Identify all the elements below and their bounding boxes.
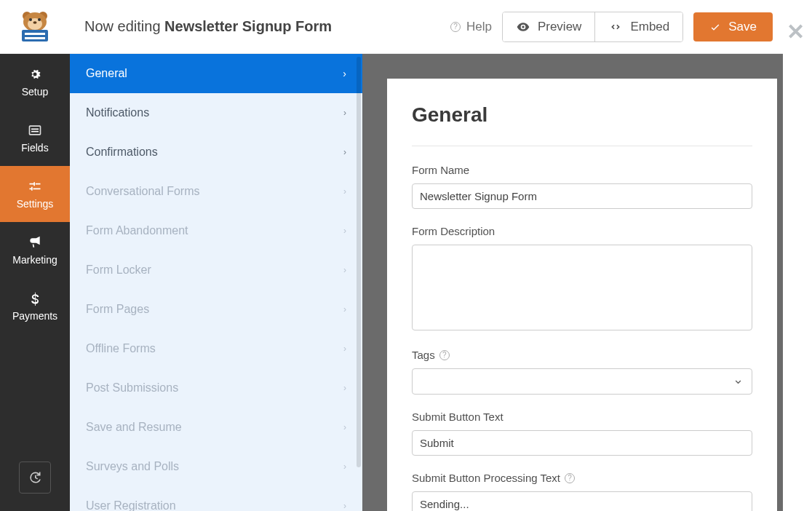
general-panel: General Form Name Form Description Tags … <box>387 79 777 511</box>
submit-button-text-input[interactable] <box>412 430 752 456</box>
submenu-item-user-registration[interactable]: User Registration› <box>70 486 362 511</box>
submit-button-text-label: Submit Button Text <box>412 411 752 423</box>
help-label: Help <box>466 20 492 34</box>
save-label: Save <box>728 20 757 34</box>
nav-item-fields[interactable]: Fields <box>0 110 70 166</box>
dollar-icon <box>28 291 42 306</box>
submenu-item-offline-forms[interactable]: Offline Forms› <box>70 329 362 368</box>
save-button[interactable]: Save <box>693 12 773 41</box>
nav-label: Marketing <box>12 254 57 266</box>
eye-icon <box>516 20 530 34</box>
submenu-item-label: Post Submissions <box>86 381 178 395</box>
topbar: Now editing Newsletter Signup Form ? Hel… <box>0 0 783 54</box>
editing-prefix: Now editing <box>84 18 164 34</box>
svg-rect-9 <box>25 37 45 39</box>
help-circle-icon[interactable]: ? <box>439 350 450 360</box>
chevron-right-icon: › <box>343 304 346 314</box>
preview-button[interactable]: Preview <box>503 12 594 41</box>
submenu-item-post-submissions[interactable]: Post Submissions› <box>70 368 362 408</box>
bullhorn-icon <box>28 235 42 250</box>
submenu-item-conversational-forms[interactable]: Conversational Forms› <box>70 172 362 211</box>
chevron-right-icon: › <box>343 108 346 118</box>
embed-button[interactable]: Embed <box>594 12 682 41</box>
embed-label: Embed <box>630 20 669 34</box>
tags-select[interactable] <box>412 368 752 395</box>
form-icon <box>28 123 42 138</box>
form-description-label: Form Description <box>412 225 752 237</box>
submenu-item-label: Form Abandonment <box>86 224 188 237</box>
submenu-item-label: General <box>86 67 127 80</box>
chevron-right-icon: › <box>343 265 346 275</box>
submenu-item-label: Save and Resume <box>86 421 182 434</box>
editing-label: Now editing Newsletter Signup Form <box>84 18 450 35</box>
submenu-item-label: User Registration <box>86 499 176 512</box>
help-circle-icon[interactable]: ? <box>565 473 575 483</box>
nav-item-payments[interactable]: Payments <box>0 278 70 334</box>
tags-label: Tags <box>412 349 435 361</box>
chevron-right-icon: › <box>343 462 346 472</box>
submenu-item-confirmations[interactable]: Confirmations› <box>70 132 362 172</box>
svg-rect-8 <box>25 33 45 35</box>
submenu-item-form-pages[interactable]: Form Pages› <box>70 290 362 329</box>
chevron-right-icon: › <box>343 344 346 354</box>
svg-rect-12 <box>31 130 39 132</box>
close-button[interactable]: ✕ <box>787 19 805 44</box>
check-icon <box>709 21 721 33</box>
submenu-item-form-abandonment[interactable]: Form Abandonment› <box>70 211 362 250</box>
svg-rect-10 <box>30 126 41 135</box>
submenu-item-surveys-and-polls[interactable]: Surveys and Polls› <box>70 447 362 486</box>
nav-label: Payments <box>12 310 57 322</box>
submenu-item-label: Notifications <box>86 106 149 119</box>
submit-button-processing-input[interactable] <box>412 491 752 511</box>
editing-form-name: Newsletter Signup Form <box>164 18 332 34</box>
chevron-right-icon: › <box>343 186 346 197</box>
submenu-item-label: Form Pages <box>86 303 149 316</box>
submenu-item-label: Surveys and Polls <box>86 460 179 473</box>
submit-button-processing-label: Submit Button Processing Text <box>412 472 560 484</box>
preview-label: Preview <box>538 20 581 34</box>
submenu-item-notifications[interactable]: Notifications› <box>70 93 362 132</box>
logo-area <box>0 11 70 43</box>
submenu-item-label: Form Locker <box>86 264 151 277</box>
form-description-textarea[interactable] <box>412 245 752 330</box>
nav-rail: Setup Fields Settings Marketing Payments <box>0 54 70 511</box>
chevron-right-icon: › <box>343 383 346 393</box>
history-button[interactable] <box>19 462 51 494</box>
chevron-right-icon: › <box>343 501 346 511</box>
nav-item-marketing[interactable]: Marketing <box>0 222 70 278</box>
panel-title: General <box>412 103 752 146</box>
nav-item-setup[interactable]: Setup <box>0 54 70 110</box>
sliders-icon <box>28 179 42 194</box>
settings-submenu: General›Notifications›Confirmations›Conv… <box>70 54 362 511</box>
chevron-right-icon: › <box>343 422 346 432</box>
svg-rect-7 <box>22 30 48 41</box>
app-logo <box>16 11 54 43</box>
submenu-item-general[interactable]: General› <box>70 54 362 93</box>
svg-point-5 <box>38 18 41 21</box>
submenu-item-label: Offline Forms <box>86 342 156 355</box>
svg-point-6 <box>33 21 37 24</box>
form-name-input[interactable] <box>412 183 752 209</box>
history-icon <box>28 470 42 485</box>
svg-rect-11 <box>31 128 39 130</box>
nav-label: Settings <box>17 198 54 210</box>
chevron-right-icon: › <box>343 147 346 157</box>
nav-item-settings[interactable]: Settings <box>0 166 70 222</box>
submenu-item-form-locker[interactable]: Form Locker› <box>70 250 362 290</box>
nav-label: Setup <box>22 86 49 98</box>
submenu-item-label: Confirmations <box>86 146 158 159</box>
submenu-item-save-and-resume[interactable]: Save and Resume› <box>70 408 362 447</box>
nav-label: Fields <box>21 142 48 154</box>
chevron-right-icon: › <box>343 68 346 79</box>
svg-point-4 <box>29 18 32 21</box>
chevron-right-icon: › <box>343 226 346 236</box>
form-name-label: Form Name <box>412 164 752 176</box>
submenu-item-label: Conversational Forms <box>86 185 200 198</box>
submenu-scrollbar[interactable] <box>357 57 361 467</box>
help-circle-icon: ? <box>450 22 461 32</box>
help-link[interactable]: ? Help <box>450 20 492 34</box>
gear-icon <box>28 67 42 82</box>
canvas: General Form Name Form Description Tags … <box>362 54 783 511</box>
code-icon <box>608 20 623 34</box>
